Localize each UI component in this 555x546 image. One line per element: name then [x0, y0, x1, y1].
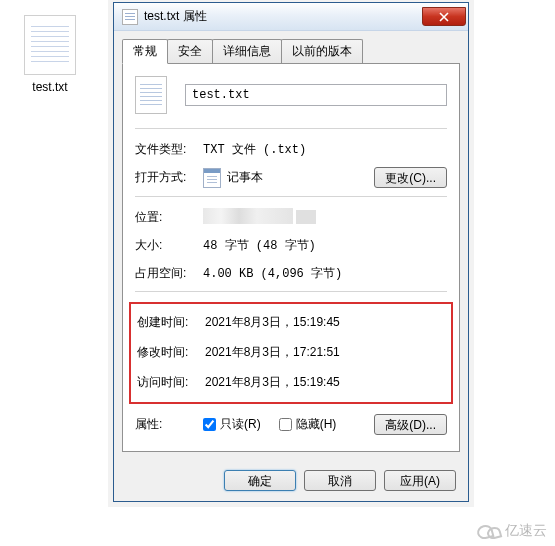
change-button[interactable]: 更改(C)...	[374, 167, 447, 188]
cloud-icon	[477, 523, 501, 539]
size-value: 48 字节 (48 字节)	[203, 237, 316, 254]
opens-with-label: 打开方式:	[135, 169, 203, 186]
created-value: 2021年8月3日，15:19:45	[205, 314, 340, 331]
hidden-checkbox[interactable]	[279, 418, 292, 431]
accessed-value: 2021年8月3日，15:19:45	[205, 374, 340, 391]
attributes-label: 属性:	[135, 416, 203, 433]
ok-button[interactable]: 确定	[224, 470, 296, 491]
titlebar-title: test.txt 属性	[144, 8, 422, 25]
watermark-text: 亿速云	[505, 522, 547, 540]
tab-security[interactable]: 安全	[167, 39, 213, 63]
divider	[135, 128, 447, 129]
location-value	[203, 208, 316, 227]
timestamps-highlight: 创建时间: 2021年8月3日，15:19:45 修改时间: 2021年8月3日…	[129, 302, 453, 404]
cancel-button[interactable]: 取消	[304, 470, 376, 491]
tab-general[interactable]: 常规	[122, 39, 168, 64]
divider	[135, 196, 447, 197]
dialog-footer: 确定 取消 应用(A)	[114, 460, 468, 501]
size-on-disk-value: 4.00 KB (4,096 字节)	[203, 265, 342, 282]
advanced-button[interactable]: 高级(D)...	[374, 414, 447, 435]
divider	[135, 291, 447, 292]
hidden-label: 隐藏(H)	[296, 416, 337, 433]
size-label: 大小:	[135, 237, 203, 254]
tab-details[interactable]: 详细信息	[212, 39, 282, 63]
filetype-label: 文件类型:	[135, 141, 203, 158]
location-label: 位置:	[135, 209, 203, 226]
close-button[interactable]	[422, 7, 466, 26]
readonly-checkbox[interactable]	[203, 418, 216, 431]
created-label: 创建时间:	[137, 314, 205, 331]
readonly-checkbox-wrap[interactable]: 只读(R)	[203, 416, 261, 433]
readonly-label: 只读(R)	[220, 416, 261, 433]
close-icon	[439, 12, 449, 22]
titlebar-file-icon	[122, 9, 138, 25]
watermark: 亿速云	[477, 522, 547, 540]
tab-content-general: 文件类型: TXT 文件 (.txt) 打开方式: 记事本 更改(C)... 位…	[122, 63, 460, 452]
properties-dialog: test.txt 属性 常规 安全 详细信息 以前的版本 文件类型: TXT 文…	[113, 2, 469, 502]
size-on-disk-label: 占用空间:	[135, 265, 203, 282]
filetype-value: TXT 文件 (.txt)	[203, 141, 306, 158]
text-file-icon	[24, 15, 76, 75]
tab-bar: 常规 安全 详细信息 以前的版本	[114, 31, 468, 63]
modified-value: 2021年8月3日，17:21:51	[205, 344, 340, 361]
tab-previous-versions[interactable]: 以前的版本	[281, 39, 363, 63]
hidden-checkbox-wrap[interactable]: 隐藏(H)	[279, 416, 337, 433]
filename-input[interactable]	[185, 84, 447, 106]
accessed-label: 访问时间:	[137, 374, 205, 391]
desktop-file-label: test.txt	[10, 80, 90, 94]
modified-label: 修改时间:	[137, 344, 205, 361]
opens-with-value: 记事本	[227, 169, 263, 186]
desktop-file-icon[interactable]: test.txt	[10, 15, 90, 94]
notepad-icon	[203, 168, 221, 188]
file-icon	[135, 76, 167, 114]
titlebar[interactable]: test.txt 属性	[114, 3, 468, 31]
apply-button[interactable]: 应用(A)	[384, 470, 456, 491]
